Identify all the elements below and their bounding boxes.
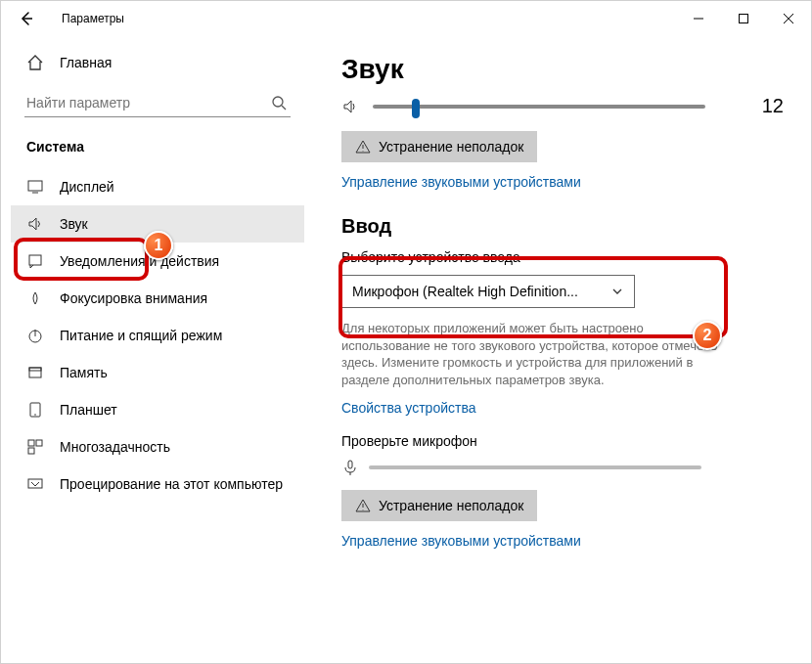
svg-rect-11 (28, 448, 34, 454)
manage-input-devices-link[interactable]: Управление звуковыми устройствами (341, 533, 784, 549)
nav-label: Планшет (60, 402, 117, 418)
search-box[interactable] (24, 89, 291, 117)
sidebar-item-power[interactable]: Питание и спящий режим (11, 317, 304, 354)
choose-input-label: Выберите устройство ввода (341, 249, 784, 265)
back-button[interactable] (15, 7, 38, 30)
sidebar-item-sound[interactable]: Звук (11, 205, 304, 243)
titlebar: Параметры (1, 1, 811, 36)
slider-thumb[interactable] (412, 99, 420, 118)
warning-icon (355, 498, 371, 513)
nav-label: Фокусировка внимания (60, 290, 207, 306)
sidebar-item-multitask[interactable]: Многозадачность (11, 428, 304, 465)
arrow-left-icon (19, 11, 34, 26)
nav-label: Дисплей (60, 179, 114, 195)
main-pane: Звук 12 Устранение неполадок Управление … (314, 36, 811, 663)
power-icon (26, 327, 44, 344)
nav-label: Уведомления и действия (60, 253, 219, 269)
category-heading: Система (11, 125, 304, 164)
svg-rect-6 (29, 368, 41, 371)
search-icon (271, 95, 287, 111)
sidebar-item-storage[interactable]: Память (11, 354, 304, 391)
storage-icon (26, 364, 44, 381)
volume-value: 12 (762, 95, 784, 117)
microphone-icon (341, 459, 359, 476)
device-properties-link[interactable]: Свойства устройства (341, 400, 784, 416)
nav-list: Дисплей Звук Уведомления и действия Фоку… (11, 168, 304, 503)
sidebar-item-notifications[interactable]: Уведомления и действия (11, 243, 304, 280)
btn-label: Устранение неполадок (379, 498, 523, 513)
project-icon (26, 475, 44, 493)
svg-rect-3 (29, 255, 41, 265)
sidebar: Главная Система Дисплей Звук Уведомления… (1, 36, 314, 663)
notifications-icon (26, 252, 44, 270)
content: Главная Система Дисплей Звук Уведомления… (1, 36, 811, 663)
multitask-icon (26, 438, 44, 456)
svg-point-1 (273, 97, 283, 107)
home-label: Главная (60, 55, 112, 70)
input-help-text: Для некоторых приложений может быть наст… (341, 320, 733, 388)
close-icon (783, 13, 794, 24)
mic-test-row (341, 459, 784, 476)
mic-level-bar (369, 465, 701, 469)
svg-rect-10 (36, 440, 42, 446)
svg-point-8 (34, 414, 36, 416)
close-button[interactable] (766, 1, 811, 36)
tablet-icon (26, 401, 44, 419)
nav-label: Звук (60, 216, 88, 232)
sidebar-item-display[interactable]: Дисплей (11, 168, 304, 205)
minimize-button[interactable] (676, 1, 721, 36)
nav-label: Память (60, 365, 108, 380)
maximize-icon (738, 13, 749, 24)
speaker-icon (341, 97, 361, 116)
input-device-dropdown[interactable]: Микрофон (Realtek High Definition... (341, 275, 635, 308)
svg-rect-0 (740, 15, 748, 23)
nav-label: Многозадачность (60, 439, 170, 455)
test-mic-label: Проверьте микрофон (341, 433, 784, 449)
sidebar-item-tablet[interactable]: Планшет (11, 391, 304, 428)
svg-rect-9 (28, 440, 34, 446)
search-input[interactable] (26, 95, 271, 111)
window-controls (676, 1, 811, 36)
home-link[interactable]: Главная (11, 44, 304, 81)
svg-rect-13 (348, 461, 352, 468)
btn-label: Устранение неполадок (379, 139, 523, 155)
troubleshoot-input-button[interactable]: Устранение неполадок (341, 490, 537, 521)
home-icon (26, 54, 44, 71)
display-icon (26, 178, 44, 196)
dropdown-value: Микрофон (Realtek High Definition... (352, 284, 578, 299)
sidebar-item-project[interactable]: Проецирование на этот компьютер (11, 465, 304, 503)
page-title: Звук (341, 54, 784, 85)
sidebar-item-focus[interactable]: Фокусировка внимания (11, 280, 304, 317)
window-title: Параметры (62, 12, 124, 25)
sound-icon (26, 215, 44, 233)
minimize-icon (693, 13, 704, 24)
volume-slider[interactable] (373, 105, 705, 109)
svg-rect-5 (29, 368, 41, 377)
chevron-down-icon (610, 285, 624, 298)
settings-window: Параметры Главная Система Дисплей Звук (0, 0, 812, 664)
focus-icon (26, 289, 44, 307)
warning-icon (355, 139, 371, 155)
nav-label: Проецирование на этот компьютер (60, 476, 283, 492)
manage-output-devices-link[interactable]: Управление звуковыми устройствами (341, 174, 784, 190)
svg-rect-2 (28, 181, 42, 191)
troubleshoot-output-button[interactable]: Устранение неполадок (341, 131, 537, 162)
input-heading: Ввод (341, 215, 784, 238)
maximize-button[interactable] (721, 1, 766, 36)
volume-row: 12 (341, 95, 784, 117)
nav-label: Питание и спящий режим (60, 328, 222, 343)
